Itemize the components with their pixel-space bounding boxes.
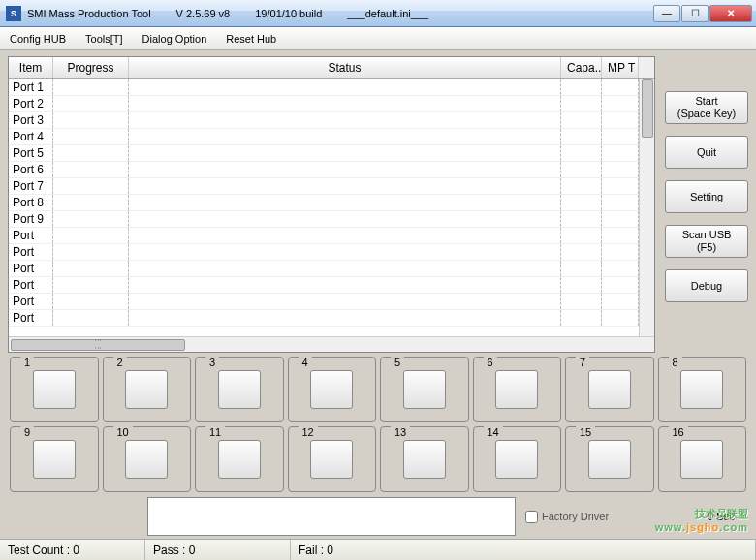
main-area: Item Progress Status Capa... MP T Port 1… xyxy=(0,50,756,353)
slot-number: 4 xyxy=(299,357,312,368)
start-label: Start xyxy=(695,95,717,108)
menu-reset-hub[interactable]: Reset Hub xyxy=(222,31,280,47)
debug-button[interactable]: Debug xyxy=(665,269,748,302)
cell-mpt xyxy=(602,277,639,293)
horizontal-scrollbar[interactable] xyxy=(9,336,654,352)
table-row[interactable]: Port 9 xyxy=(9,211,639,228)
table-row[interactable]: Port 12 xyxy=(9,261,639,277)
slot-6: 6 xyxy=(473,357,562,422)
quit-button[interactable]: Quit xyxy=(665,136,748,169)
start-button[interactable]: Start (Space Key) xyxy=(665,91,748,124)
side-buttons: Start (Space Key) Quit Setting Scan USB … xyxy=(665,56,748,353)
cell-status xyxy=(129,244,561,260)
minimize-button[interactable]: — xyxy=(653,5,680,22)
slot-number: 8 xyxy=(669,357,682,368)
table-row[interactable]: Port 3 xyxy=(9,112,639,129)
factory-driver-check[interactable] xyxy=(525,511,538,523)
status-pass: Pass : 0 xyxy=(145,540,291,560)
table-row[interactable]: Port 6 xyxy=(9,162,639,178)
cell-item: Port 6 xyxy=(9,162,53,177)
slot-button-6[interactable] xyxy=(495,370,538,409)
slot-button-14[interactable] xyxy=(495,440,538,479)
slot-button-1[interactable] xyxy=(33,370,76,409)
slot-number: 16 xyxy=(669,426,688,438)
table-row[interactable]: Port 11 xyxy=(9,244,639,261)
cell-mpt xyxy=(602,310,639,326)
cell-capa xyxy=(561,261,602,276)
cell-item: Port 14 xyxy=(9,294,53,309)
message-box xyxy=(147,497,516,536)
col-mpt[interactable]: MP T xyxy=(602,57,639,78)
cell-capa xyxy=(561,228,602,243)
slot-button-16[interactable] xyxy=(680,440,723,479)
slot-2: 2 xyxy=(103,357,192,422)
slot-button-13[interactable] xyxy=(403,440,446,479)
cell-item: Port 7 xyxy=(9,178,53,194)
slot-11: 11 xyxy=(195,426,284,492)
menu-bar: Config HUB Tools[T] Dialog Option Reset … xyxy=(0,27,756,50)
slot-button-12[interactable] xyxy=(310,440,353,479)
cell-item: Port 2 xyxy=(9,96,53,111)
slot-13: 13 xyxy=(380,426,469,492)
col-status[interactable]: Status xyxy=(129,57,561,78)
scan-label: Scan USB xyxy=(682,229,732,241)
table-row[interactable]: Port 2 xyxy=(9,96,639,112)
slot-8: 8 xyxy=(658,357,747,422)
cell-item: Port 10 xyxy=(9,228,53,243)
table-row[interactable]: Port 5 xyxy=(9,145,639,162)
maximize-button[interactable]: ☐ xyxy=(681,5,709,22)
cell-progress xyxy=(53,178,129,194)
col-capacity[interactable]: Capa... xyxy=(561,57,602,78)
table-row[interactable]: Port 8 xyxy=(9,195,639,211)
factory-driver-label: Factory Driver xyxy=(542,511,609,522)
cell-progress xyxy=(53,211,129,227)
slot-button-10[interactable] xyxy=(125,440,168,479)
cell-status xyxy=(129,195,561,210)
status-test-count: Test Count : 0 xyxy=(0,540,145,560)
table-row[interactable]: Port 15 xyxy=(9,310,639,327)
slot-number: 5 xyxy=(391,357,404,368)
slot-button-4[interactable] xyxy=(310,370,353,409)
slot-button-11[interactable] xyxy=(218,440,261,479)
menu-tools[interactable]: Tools[T] xyxy=(81,31,127,47)
cell-capa xyxy=(561,112,602,128)
vertical-scrollbar[interactable] xyxy=(639,79,654,336)
menu-config-hub[interactable]: Config HUB xyxy=(6,31,70,47)
table-row[interactable]: Port 14 xyxy=(9,294,639,310)
cell-status xyxy=(129,261,561,276)
cell-capa xyxy=(561,211,602,227)
cell-progress xyxy=(53,228,129,243)
menu-dialog-option[interactable]: Dialog Option xyxy=(139,31,211,47)
app-ini: ___default.ini___ xyxy=(347,8,428,19)
slot-button-3[interactable] xyxy=(218,370,261,409)
slot-button-15[interactable] xyxy=(588,440,631,479)
col-progress[interactable]: Progress xyxy=(53,57,129,78)
title-bar: S SMI Mass Production Tool V 2.5.69 v8 1… xyxy=(0,0,756,27)
cell-mpt xyxy=(602,129,639,144)
cell-item: Port 5 xyxy=(9,145,53,161)
cell-capa xyxy=(561,244,602,260)
slot-button-2[interactable] xyxy=(125,370,168,409)
scan-usb-button[interactable]: Scan USB (F5) xyxy=(665,225,748,258)
slot-button-9[interactable] xyxy=(33,440,76,479)
slot-number: 1 xyxy=(20,357,34,368)
table-row[interactable]: Port 1 xyxy=(9,79,639,96)
title-text: SMI Mass Production Tool V 2.5.69 v8 19/… xyxy=(27,8,428,19)
table-row[interactable]: Port 10 xyxy=(9,228,639,244)
slot-button-5[interactable] xyxy=(403,370,446,409)
cell-status xyxy=(129,96,561,111)
cell-mpt xyxy=(602,162,639,177)
close-button[interactable]: ✕ xyxy=(709,5,752,22)
table-row[interactable]: Port 4 xyxy=(9,129,639,145)
table-body: Port 1Port 2Port 3Port 4Port 5Port 6Port… xyxy=(9,79,654,336)
setting-button[interactable]: Setting xyxy=(665,180,748,213)
col-item[interactable]: Item xyxy=(9,57,53,78)
table-row[interactable]: Port 7 xyxy=(9,178,639,195)
table-row[interactable]: Port 13 xyxy=(9,277,639,294)
slot-number: 15 xyxy=(576,426,595,438)
cell-progress xyxy=(53,112,129,128)
slot-button-8[interactable] xyxy=(680,370,723,409)
slot-button-7[interactable] xyxy=(588,370,631,409)
factory-driver-checkbox[interactable]: Factory Driver xyxy=(525,511,609,523)
cell-capa xyxy=(561,145,602,161)
